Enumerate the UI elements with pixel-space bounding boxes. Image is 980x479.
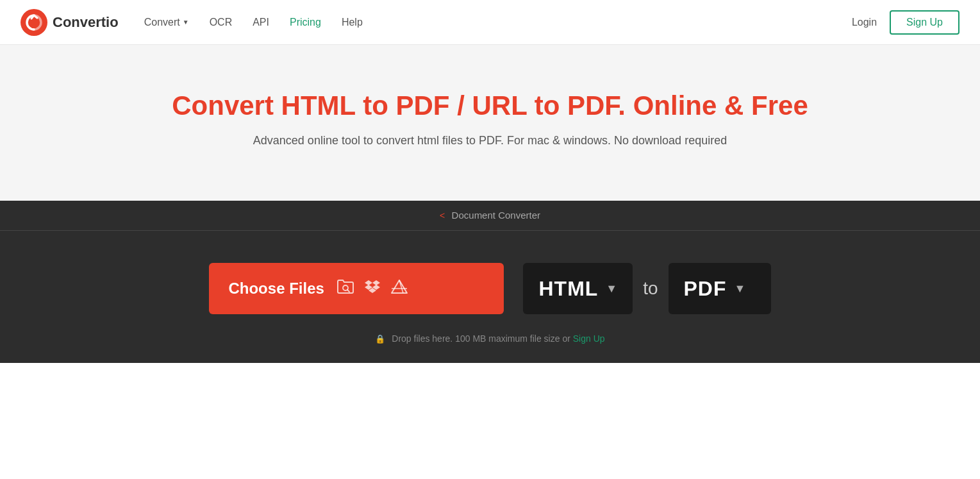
signup-button[interactable]: Sign Up	[890, 10, 959, 35]
to-format-button[interactable]: PDF ▼	[669, 263, 771, 314]
drop-zone-text: Drop files here. 100 MB maximum file siz…	[392, 333, 570, 344]
choose-files-button[interactable]: Choose Files	[209, 263, 504, 314]
breadcrumb-bar: < Document Converter	[0, 201, 980, 231]
nav-auth: Login Sign Up	[852, 10, 959, 35]
drop-zone-signup-link[interactable]: Sign Up	[573, 333, 605, 344]
from-format-label: HTML	[538, 277, 598, 301]
format-area: HTML ▼ to PDF ▼	[523, 263, 770, 314]
nav-item-convert[interactable]: Convert ▼	[144, 17, 189, 28]
svg-marker-4	[372, 280, 380, 285]
converter-main: Choose Files	[0, 231, 980, 333]
hero-section: Convert HTML to PDF / URL to PDF. Online…	[0, 45, 980, 201]
nav-item-api[interactable]: API	[253, 17, 269, 28]
convert-chevron-icon: ▼	[183, 19, 189, 26]
breadcrumb-chevron-icon: <	[440, 210, 445, 221]
logo-text: Convertio	[53, 14, 119, 31]
from-format-chevron-icon: ▼	[606, 282, 617, 296]
choose-files-label: Choose Files	[228, 280, 324, 298]
nav-item-ocr[interactable]: OCR	[210, 17, 233, 28]
file-icons	[337, 280, 408, 298]
drop-zone: 🔒 Drop files here. 100 MB maximum file s…	[0, 333, 980, 363]
svg-point-0	[21, 9, 47, 36]
nav-item-pricing[interactable]: Pricing	[290, 17, 321, 28]
logo-icon	[21, 9, 47, 36]
folder-search-icon	[337, 280, 354, 298]
to-format-chevron-icon: ▼	[735, 282, 746, 296]
svg-line-2	[347, 290, 349, 292]
hero-subtitle: Advanced online tool to convert html fil…	[13, 132, 967, 149]
to-format-label: PDF	[684, 277, 727, 301]
lock-icon: 🔒	[375, 334, 385, 344]
navbar: Convertio Convert ▼ OCR API Pricing Help…	[0, 0, 980, 45]
google-drive-icon	[391, 280, 408, 298]
login-link[interactable]: Login	[852, 17, 877, 28]
hero-title: Convert HTML to PDF / URL to PDF. Online…	[13, 90, 967, 122]
breadcrumb-text: Document Converter	[452, 210, 540, 221]
nav-item-help[interactable]: Help	[342, 17, 363, 28]
svg-marker-8	[392, 280, 407, 293]
from-format-button[interactable]: HTML ▼	[523, 263, 633, 314]
logo-link[interactable]: Convertio	[21, 9, 119, 36]
nav-links: Convert ▼ OCR API Pricing Help	[144, 17, 852, 28]
converter-section: < Document Converter Choose Files	[0, 201, 980, 363]
dropbox-icon	[364, 280, 381, 298]
svg-marker-3	[365, 280, 372, 285]
to-text: to	[643, 278, 658, 299]
